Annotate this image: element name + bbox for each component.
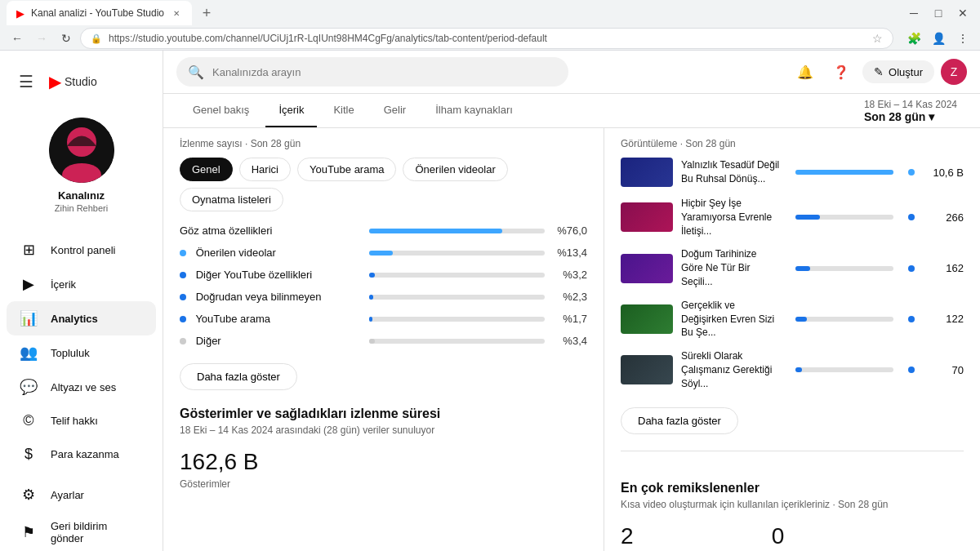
video-dot-2: [908, 265, 915, 272]
traffic-bar-1: [369, 251, 545, 256]
traffic-bar-4: [369, 317, 545, 322]
maximize-btn[interactable]: □: [928, 2, 949, 24]
lock-icon: 🔒: [91, 33, 102, 44]
traffic-pct-5: %3,4: [555, 335, 587, 347]
tab-gelir[interactable]: Gelir: [371, 94, 419, 127]
traffic-bar-fill-4: [369, 317, 372, 322]
user-avatar[interactable]: Z: [941, 59, 967, 85]
sidebar-label-ayarlar: Ayarlar: [51, 489, 84, 501]
sidebar: ☰ ▶ Studio Kanalınız Zihin Rehberi ⊞: [0, 51, 163, 551]
sidebar-label-icerik: İçerik: [51, 278, 76, 291]
forward-btn[interactable]: →: [31, 28, 52, 49]
sidebar-label-altyazi: Altyazı ve ses: [51, 381, 116, 393]
tab-kitle[interactable]: Kitle: [320, 94, 367, 127]
traffic-label-2: Diğer YouTube özellikleri: [180, 269, 359, 281]
traffic-row-diger-yt: Diğer YouTube özellikleri %3,2: [180, 269, 587, 281]
sidebar-item-geri-bildirim[interactable]: ⚑ Geri bildirim gönder: [7, 512, 156, 551]
traffic-row-yt-arama: YouTube arama %1,7: [180, 313, 587, 325]
sidebar-item-analytics[interactable]: 📊 Analytics: [7, 301, 156, 335]
money-icon: $: [20, 446, 38, 463]
left-show-more-btn[interactable]: Daha fazla göster: [180, 363, 297, 390]
gosterim-label: Gösterimler: [180, 478, 587, 490]
gosterim-value: 162,6 B: [180, 449, 587, 475]
create-icon: ✎: [874, 65, 884, 78]
extensions-icon[interactable]: 🧩: [903, 28, 924, 49]
traffic-row-dogrudan: Doğrudan veya bilinmeyen %2,3: [180, 291, 587, 303]
address-bar[interactable]: 🔒 https://studio.youtube.com/channel/UCi…: [80, 28, 893, 49]
tab-icerik[interactable]: İçerik: [265, 94, 317, 127]
minimize-btn[interactable]: ─: [903, 2, 924, 24]
sidebar-item-icerik[interactable]: ▶ İçerik: [7, 267, 156, 301]
right-show-more-btn[interactable]: Daha fazla göster: [621, 407, 738, 434]
help-btn[interactable]: ❓: [826, 57, 856, 87]
tab-close-btn[interactable]: ✕: [171, 7, 182, 19]
filter-genel[interactable]: Genel: [180, 158, 233, 181]
sidebar-label-para: Para kazanma: [51, 448, 119, 460]
traffic-label-1: Önerilen videolar: [180, 247, 359, 259]
video-dot-1: [908, 214, 915, 220]
search-bar[interactable]: 🔍: [176, 57, 568, 87]
video-dot-0: [908, 169, 915, 176]
bookmark-icon[interactable]: ☆: [872, 32, 883, 45]
sidebar-label-analytics: Analytics: [51, 313, 98, 325]
video-dot-4: [908, 367, 915, 373]
filter-youtube-arama[interactable]: YouTube arama: [297, 158, 397, 181]
traffic-bar-fill-5: [369, 339, 375, 344]
tab-ilham[interactable]: İlham kaynakları: [422, 94, 526, 127]
filter-onerilen[interactable]: Önerilen videolar: [403, 158, 507, 181]
search-input[interactable]: [212, 66, 557, 78]
browser-tab[interactable]: ▶ Kanal analizi - YouTube Studio ✕: [7, 1, 192, 25]
video-title-2: Doğum Tarihinize Göre Ne Tür Bir Seçili.…: [681, 247, 781, 288]
goruntuleme-label: Görüntüleme · Son 28 gün: [621, 128, 964, 149]
date-range-selector[interactable]: 18 Eki – 14 Kas 2024 Son 28 gün ▾: [858, 94, 964, 127]
remiks-stat-val-2: 0: [772, 523, 815, 549]
date-period-text: Son 28 gün: [864, 110, 925, 123]
traffic-pct-0: %76,0: [555, 224, 587, 237]
sidebar-item-kontrol-paneli[interactable]: ⊞ Kontrol paneli: [7, 233, 156, 267]
sidebar-item-topluluk[interactable]: 👥 Topluluk: [7, 335, 156, 370]
video-bar-2: [795, 266, 893, 271]
video-count-1: 266: [923, 211, 964, 224]
video-row-0: Yalnızlık Tesadüf Değil Bu Ruhsal Dönüş.…: [621, 158, 964, 187]
new-tab-btn[interactable]: +: [195, 2, 218, 24]
video-count-3: 122: [923, 313, 964, 325]
youtube-favicon: ▶: [16, 7, 24, 20]
filter-harici[interactable]: Harici: [239, 158, 291, 181]
video-title-0: Yalnızlık Tesadüf Değil Bu Ruhsal Dönüş.…: [681, 158, 781, 186]
sidebar-item-para[interactable]: $ Para kazanma: [7, 438, 156, 471]
video-bar-fill-4: [795, 367, 802, 372]
notifications-btn[interactable]: 🔔: [791, 57, 820, 87]
left-panel: İzlenme sayısı · Son 28 gün Genel Harici…: [163, 128, 604, 551]
video-bar-0: [795, 170, 893, 175]
channel-avatar[interactable]: [49, 118, 114, 183]
close-btn[interactable]: ✕: [952, 2, 973, 24]
filter-oynatma[interactable]: Oynatma listeleri: [180, 188, 283, 211]
traffic-row-goz-atma: Göz atma özellikleri %76,0: [180, 224, 587, 237]
tab-genel-bakis[interactable]: Genel bakış: [180, 94, 262, 127]
content-icon: ▶: [20, 275, 38, 293]
community-icon: 👥: [20, 344, 38, 362]
sidebar-label-topluluk: Topluluk: [51, 347, 90, 359]
sidebar-nav: ⊞ Kontrol paneli ▶ İçerik 📊 Analytics 👥 …: [0, 233, 163, 551]
create-btn[interactable]: ✎ Oluştur: [862, 60, 934, 83]
sidebar-item-ayarlar[interactable]: ⚙ Ayarlar: [7, 478, 156, 512]
izlenme-label: İzlenme sayısı · Son 28 gün: [180, 128, 587, 149]
profile-icon[interactable]: 👤: [928, 28, 949, 49]
video-title-3: Gerçeklik ve Değişirken Evren Sizi Bu Şe…: [681, 299, 781, 340]
refresh-btn[interactable]: ↻: [56, 28, 77, 49]
back-btn[interactable]: ←: [7, 28, 28, 49]
video-thumb-4: [621, 355, 673, 384]
traffic-bar-fill-0: [369, 229, 502, 233]
video-count-4: 70: [923, 364, 964, 376]
sidebar-item-telif[interactable]: © Telif hakkı: [7, 404, 156, 438]
sidebar-item-altyazi[interactable]: 💬 Altyazı ve ses: [7, 370, 156, 404]
video-row-4: Sürekli Olarak Çalışmanız Gerektiği Söyl…: [621, 349, 964, 390]
video-bar-fill-1: [795, 215, 820, 220]
video-thumb-0: [621, 158, 673, 187]
traffic-row-onerilen: Önerilen videolar %13,4: [180, 247, 587, 259]
hamburger-menu-btn[interactable]: ☰: [10, 65, 42, 98]
traffic-bar-fill-3: [369, 295, 373, 300]
browser-menu-icon[interactable]: ⋮: [952, 28, 973, 49]
remiks-subtitle: Kısa video oluşturmak için kullanılan iç…: [621, 499, 964, 510]
video-bar-fill-3: [795, 317, 807, 322]
